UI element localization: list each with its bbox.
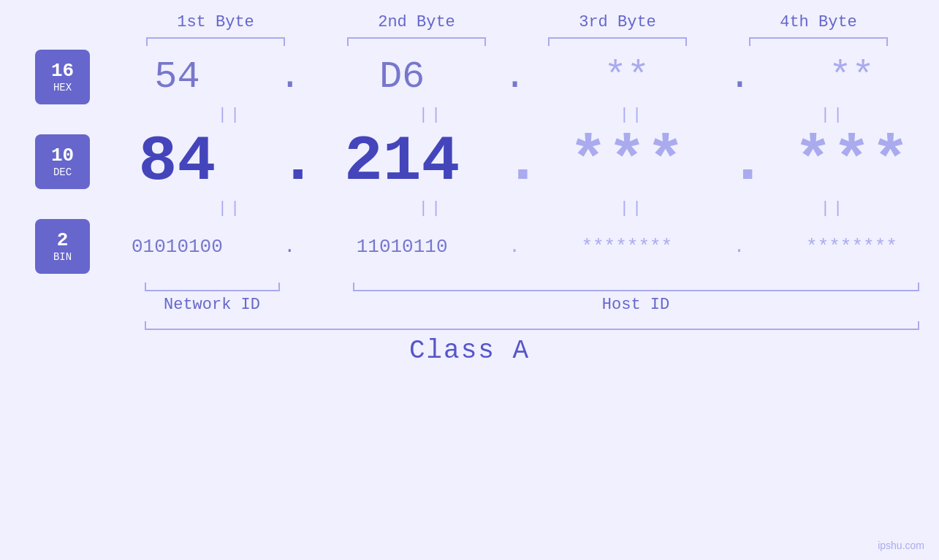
eq-5: || — [157, 199, 303, 218]
byte-headers: 1st Byte 2nd Byte 3rd Byte 4th Byte — [115, 13, 919, 31]
watermark: ipshu.com — [878, 540, 924, 551]
bin-dot-3: . — [729, 236, 750, 258]
bin-badge-label: BIN — [53, 251, 72, 263]
byte-header-4: 4th Byte — [738, 13, 899, 31]
top-brackets — [115, 37, 919, 46]
hex-values: 54 . D6 . ** . ** — [90, 55, 939, 99]
dec-badge-num: 10 — [51, 145, 74, 166]
dec-val-3: *** — [554, 126, 700, 198]
main-container: 1st Byte 2nd Byte 3rd Byte 4th Byte 16 H… — [0, 0, 939, 560]
eq-6: || — [358, 199, 504, 218]
host-id-label: Host ID — [353, 296, 919, 314]
eq-2: || — [358, 106, 504, 124]
dec-badge-label: DEC — [53, 166, 72, 178]
bracket-1 — [146, 37, 285, 46]
bin-dot-1: . — [278, 236, 300, 258]
bin-row: 2 BIN 01010100 . 11010110 . ******** . *… — [0, 219, 939, 274]
hex-val-4: ** — [778, 55, 924, 99]
hex-val-3: ** — [554, 55, 700, 99]
bin-val-4: ******** — [778, 236, 924, 258]
bottom-brackets — [145, 283, 919, 291]
bracket-host — [353, 283, 919, 291]
bracket-4 — [749, 37, 888, 46]
network-id-label: Network ID — [145, 296, 280, 314]
byte-header-1: 1st Byte — [135, 13, 296, 31]
equals-row-1: || || || || — [130, 106, 934, 124]
bin-values: 01010100 . 11010110 . ******** . *******… — [90, 236, 939, 258]
bin-val-3: ******** — [554, 236, 700, 258]
eq-4: || — [760, 106, 906, 124]
hex-dot-1: . — [278, 55, 300, 99]
dec-val-4: *** — [778, 126, 924, 198]
hex-dot-2: . — [503, 55, 525, 99]
bin-badge: 2 BIN — [35, 219, 90, 274]
bottom-labels: Network ID Host ID — [145, 296, 919, 314]
bin-dot-2: . — [503, 236, 525, 258]
bin-badge-num: 2 — [57, 230, 69, 251]
hex-dot-3: . — [729, 55, 750, 99]
bin-val-1: 01010100 — [104, 236, 250, 258]
bracket-2 — [347, 37, 486, 46]
hex-badge: 16 HEX — [35, 50, 90, 104]
eq-3: || — [559, 106, 705, 124]
eq-1: || — [157, 106, 303, 124]
dec-dot-1: . — [278, 126, 300, 198]
eq-7: || — [559, 199, 705, 218]
hex-val-1: 54 — [104, 55, 250, 99]
bracket-network — [145, 283, 280, 291]
dec-dot-3: . — [729, 126, 750, 198]
dec-row: 10 DEC 84 . 214 . *** . *** — [0, 126, 939, 198]
bin-val-2: 11010110 — [329, 236, 475, 258]
dec-dot-2: . — [503, 126, 525, 198]
bracket-3 — [548, 37, 687, 46]
dec-values: 84 . 214 . *** . *** — [90, 126, 939, 198]
hex-val-2: D6 — [329, 55, 475, 99]
dec-val-1: 84 — [104, 126, 250, 198]
hex-row: 16 HEX 54 . D6 . ** . ** — [0, 50, 939, 104]
dec-val-2: 214 — [329, 126, 475, 198]
hex-badge-num: 16 — [51, 61, 74, 82]
hex-badge-label: HEX — [53, 82, 72, 93]
eq-8: || — [760, 199, 906, 218]
outer-bracket — [145, 321, 919, 330]
class-label: Class A — [409, 336, 530, 366]
byte-header-3: 3rd Byte — [537, 13, 698, 31]
byte-header-2: 2nd Byte — [336, 13, 497, 31]
equals-row-2: || || || || — [130, 199, 934, 218]
dec-badge: 10 DEC — [35, 134, 90, 189]
